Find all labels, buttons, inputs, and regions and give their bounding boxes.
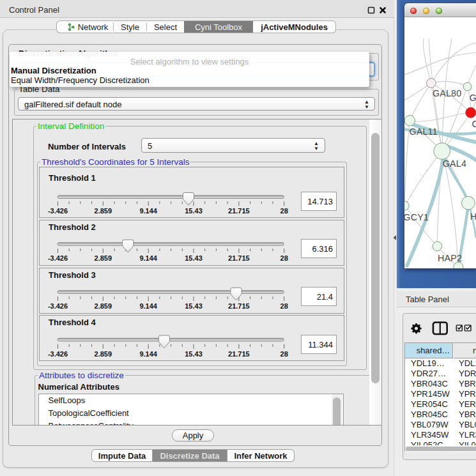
- svg-text:GAL4: GAL4: [443, 158, 466, 169]
- svg-text:GCY1: GCY1: [404, 212, 429, 222]
- svg-text:HA: HA: [470, 211, 476, 222]
- svg-text:GAL11: GAL11: [409, 127, 437, 137]
- svg-text:HAP2: HAP2: [438, 253, 462, 263]
- svg-text:GA: GA: [470, 93, 476, 103]
- svg-text:C: C: [472, 119, 476, 129]
- svg-text:GAL80: GAL80: [433, 88, 462, 98]
